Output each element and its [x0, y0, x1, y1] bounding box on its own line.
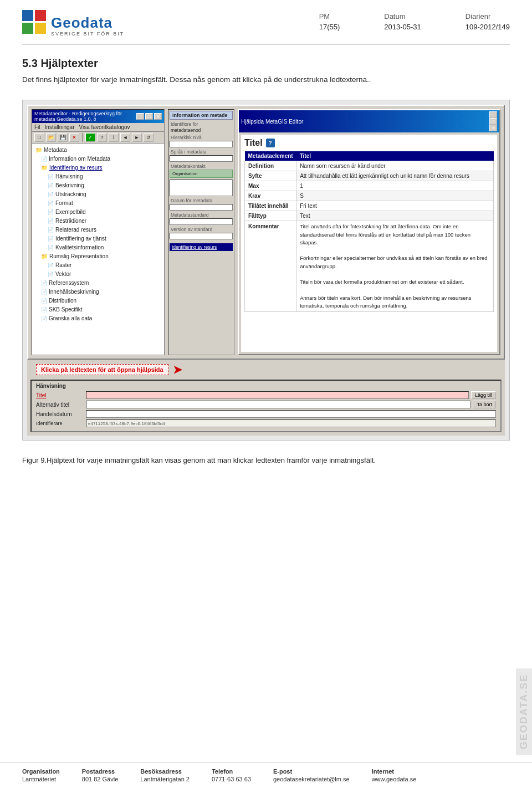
- page-icon12: 📄: [48, 270, 54, 278]
- logo-sq-blue: [22, 10, 33, 21]
- tree-innehall[interactable]: 📄 Innehållsbeskrivning: [33, 288, 163, 296]
- section-paragraph: Det finns hjälptexter för varje inmatnin…: [22, 75, 371, 84]
- ta-bort-button[interactable]: Ta bort: [473, 401, 496, 408]
- help-maximize[interactable]: □: [489, 118, 497, 125]
- minimize-button[interactable]: _: [136, 113, 144, 120]
- tb-help[interactable]: ?: [97, 133, 107, 142]
- table-row: Syfte Att tillhandahålla ett lätt igenkä…: [245, 171, 494, 181]
- help-question-icon: ?: [266, 139, 275, 147]
- tb-new[interactable]: □: [34, 133, 44, 142]
- menu-fil[interactable]: Fil: [34, 124, 40, 130]
- row-falttyp-label: Fälttyp: [245, 211, 296, 221]
- tree-granska-label: Granska alla data: [49, 314, 92, 323]
- titel-label[interactable]: Titel: [36, 392, 86, 398]
- tree-innehall-label: Innehållsbeskrivning: [49, 288, 99, 296]
- tree-relaterad[interactable]: 📄 Relaterad resurs: [33, 226, 163, 234]
- hanvisning-form: Hänvisning Titel Lägg till Alternativ ti…: [30, 380, 502, 432]
- click-hint-row: Klicka på ledtexten för att öppna hjälps…: [30, 362, 502, 377]
- row-krav-label: Krav: [245, 191, 296, 201]
- tree-rumslig-label: Rumslig Representation: [49, 252, 109, 261]
- identifier-value: e4711258-f33s-48b7-9ec6-1ff463bf3d4: [86, 419, 496, 427]
- tree-exempelbild[interactable]: 📄 Exempelbild: [33, 208, 163, 217]
- footer-email-value: geodatasekretariatet@lm.se: [273, 776, 350, 782]
- info-panel-header: Information om metade: [170, 111, 233, 120]
- logo-sq-red: [35, 10, 46, 21]
- tb-delete[interactable]: ✕: [69, 133, 79, 142]
- tree-exempelbild-label: Exempelbild: [55, 208, 85, 217]
- footer-post-value: 801 82 Gävle: [82, 776, 118, 782]
- page-icon10: 📄: [48, 244, 54, 252]
- close-button[interactable]: ✕: [154, 113, 162, 120]
- form-row-alt-titel: Alternativ titel Ta bort: [36, 401, 496, 408]
- tree-referens-label: Referenssystem: [49, 279, 89, 288]
- logo-sq-green: [22, 23, 33, 34]
- tree-skb-label: SKB Specifikt: [49, 305, 83, 314]
- tb-info[interactable]: i: [109, 133, 119, 142]
- tree-kvalitet[interactable]: 📄 Kvalitetsinformation: [33, 243, 163, 252]
- tb-back[interactable]: ◄: [120, 133, 130, 142]
- handelsdatum-input[interactable]: [86, 410, 496, 418]
- section-body: Det finns hjälptexter för varje inmatnin…: [0, 74, 532, 94]
- footer-org: Organisation Lantmäteriet: [22, 768, 60, 782]
- tree-view: 📁 Metadata 📄 Information om Metadata 📁 I…: [32, 144, 164, 325]
- tree-identtjanst[interactable]: 📄 Identifiering av tjänst: [33, 234, 163, 243]
- section-heading: Hjälptexter: [40, 57, 98, 69]
- tree-identifiering[interactable]: 📁 Identifiering av resurs: [33, 163, 163, 172]
- footer-internet-value: www.geodata.se: [372, 776, 417, 782]
- help-table: Metadataelement Titel Definition Namn so…: [244, 151, 494, 312]
- menu-visa[interactable]: Visa favoritkatalogov: [79, 124, 130, 130]
- folder-icon2: 📁: [41, 163, 48, 172]
- titel-input[interactable]: [86, 391, 469, 399]
- tree-hanvisning[interactable]: 📄 Hänvisning: [33, 172, 163, 181]
- tree-referens[interactable]: 📄 Referenssystem: [33, 279, 163, 288]
- row-krav-value: S: [296, 191, 494, 201]
- tree-granska[interactable]: 📄 Granska alla data: [33, 314, 163, 323]
- header-divider: [22, 44, 510, 45]
- help-win-buttons[interactable]: _ □ ✕: [489, 111, 497, 131]
- tree-distribution[interactable]: 📄 Distribution: [33, 296, 163, 305]
- tree-metadata[interactable]: 📁 Metadata: [33, 146, 163, 155]
- page-icon16: 📄: [41, 306, 47, 314]
- logo: Geodata SVERIGE BIT FÖR BIT: [22, 10, 124, 37]
- tree-beskrivning[interactable]: 📄 Beskrivning: [33, 181, 163, 190]
- alt-titel-input[interactable]: [86, 401, 470, 408]
- tree-format[interactable]: 📄 Format: [33, 199, 163, 208]
- info-scroll-area: [170, 180, 233, 196]
- logo-sq-yellow: [35, 23, 46, 34]
- table-row: Krav S: [245, 191, 494, 201]
- tree-rumslig[interactable]: 📁 Rumslig Representation: [33, 252, 163, 261]
- left-win-buttons[interactable]: _ □ ✕: [136, 113, 162, 120]
- logo-text-geo: Geodata: [51, 14, 112, 31]
- page-icon11: 📄: [48, 262, 54, 269]
- tb-refresh[interactable]: ↺: [144, 133, 154, 142]
- menu-installningar[interactable]: Inställningar: [45, 124, 75, 130]
- identifiering-link[interactable]: Identifiering av resurs: [170, 243, 233, 251]
- table-row: Max 1: [245, 181, 494, 191]
- help-minimize[interactable]: _: [489, 111, 497, 118]
- tb-open[interactable]: 📂: [46, 133, 56, 142]
- tree-restriktioner[interactable]: 📄 Restriktioner: [33, 217, 163, 226]
- lagg-till-button[interactable]: Lägg till: [471, 391, 496, 399]
- tb-check[interactable]: ✓: [85, 133, 95, 142]
- row-kommentar-value: Titel används ofta för fntextsökning för…: [296, 221, 494, 312]
- info-standard-value: [170, 218, 233, 225]
- logo-squares: [22, 10, 47, 34]
- tb-forward[interactable]: ►: [132, 133, 142, 142]
- tree-utstrackning[interactable]: 📄 Utsträckning: [33, 190, 163, 199]
- tree-raster[interactable]: 📄 Raster: [33, 261, 163, 270]
- tree-vektor[interactable]: 📄 Vektor: [33, 270, 163, 279]
- left-title-bar: Metadataeditor - Redigeringsverktyg för …: [32, 110, 164, 123]
- page-icon13: 📄: [41, 279, 47, 287]
- page-header: Geodata SVERIGE BIT FÖR BIT PM 17(55) Da…: [0, 0, 532, 42]
- tree-information[interactable]: 📄 Information om Metadata: [33, 155, 163, 163]
- datum-label: Datum: [384, 12, 421, 21]
- tb-save[interactable]: 💾: [58, 133, 68, 142]
- row-definition-label: Definition: [245, 161, 296, 171]
- identifier-label: Identifierare: [36, 421, 86, 426]
- windows-ui: Metadataeditor - Redigeringsverktyg för …: [27, 105, 505, 360]
- tree-skb[interactable]: 📄 SKB Specifikt: [33, 305, 163, 314]
- arrow-icon: ➤: [173, 363, 182, 376]
- maximize-button[interactable]: □: [145, 113, 153, 120]
- info-row2-label: Hierarkisk nivå: [170, 135, 233, 140]
- help-close[interactable]: ✕: [489, 125, 497, 131]
